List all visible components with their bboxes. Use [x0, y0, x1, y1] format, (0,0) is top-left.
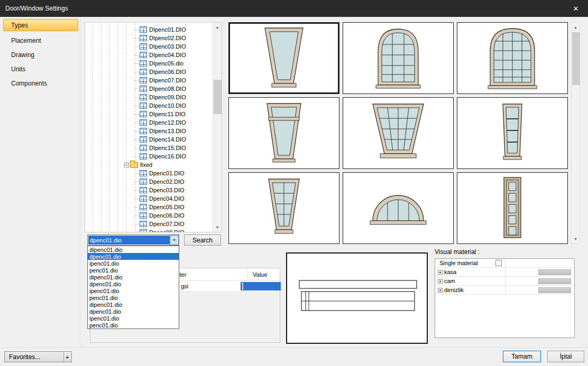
tree-scrollbar-thumb[interactable]	[214, 80, 222, 114]
tree-item[interactable]: DIpenc10.DIO	[85, 101, 213, 110]
sidebar-item-placement[interactable]: Placement	[3, 33, 78, 48]
window-file-icon	[140, 204, 147, 210]
titlebar[interactable]: Door/Window Settings ✕	[0, 0, 588, 17]
search-button[interactable]: Search	[184, 234, 221, 246]
tree-guide-stub	[135, 190, 139, 191]
thumbnail-narrow-4-pane-window[interactable]	[457, 97, 568, 169]
tree-item[interactable]: DIpenc13.DIO	[85, 127, 213, 135]
window-file-icon	[140, 43, 147, 50]
tree-item[interactable]: DIpenc07.DIO	[85, 76, 213, 85]
thumbnail-narrow-5-pane-window[interactable]	[457, 172, 568, 244]
tree-guide-stub	[135, 148, 139, 148]
tree-folder-fixed[interactable]: −fixed	[85, 161, 213, 169]
tree-item[interactable]: DIpenc08.DIO	[85, 85, 213, 93]
sidebar-separator	[80, 17, 80, 348]
scroll-down-icon[interactable]: ▼	[213, 223, 222, 232]
tree-scrollbar[interactable]: ▲ ▼	[213, 23, 222, 232]
tree-item[interactable]: DIpenc09.DIO	[85, 93, 213, 101]
material-swatch[interactable]	[538, 269, 571, 275]
thumbnail-arched-grid-window-2[interactable]	[457, 22, 568, 94]
tree-item[interactable]: Dpenc04.DIO	[85, 194, 213, 203]
tree-item[interactable]: Dpenc06.DIO	[85, 211, 213, 220]
tree-item[interactable]: Dpenc02.DIO	[85, 177, 213, 186]
cancel-button[interactable]: İptal	[547, 351, 584, 362]
combobox-value[interactable]: dpenc01.dio	[88, 236, 170, 245]
scroll-up-icon[interactable]: ▲	[572, 23, 580, 32]
favorites-button[interactable]: Favorites... ▸	[4, 351, 72, 362]
tree-guide-stub	[135, 123, 139, 123]
dropdown-item[interactable]: dipenc01.dio	[88, 274, 179, 280]
dropdown-item[interactable]: dipenc01.dio	[88, 246, 179, 253]
tree-item[interactable]: Dpenc03.DIO	[85, 186, 213, 194]
tree-item[interactable]: Dpenc05.DIO	[85, 203, 213, 211]
thumbnails-scrollbar[interactable]: ▲ ▼	[571, 22, 580, 244]
tree-item[interactable]: DIpenc04.DIO	[85, 51, 213, 59]
scroll-up-icon[interactable]: ▲	[213, 23, 222, 32]
material-row-cam: +cam	[435, 277, 574, 286]
combobox-dropdown-button[interactable]: ▾	[170, 235, 179, 245]
expand-icon[interactable]: +	[438, 279, 443, 284]
tree-item[interactable]: DIpenc03.DIO	[85, 42, 213, 51]
sidebar-item-components[interactable]: Components	[3, 76, 78, 90]
collapse-icon[interactable]: −	[124, 163, 129, 167]
dropdown-item[interactable]: dpenc01.dio	[88, 308, 179, 315]
dropdown-item[interactable]: penc01.dio	[88, 267, 179, 274]
tree-item[interactable]: DIpenc02.DIO	[85, 34, 213, 42]
single-material-right	[506, 259, 574, 267]
material-row-right	[506, 268, 574, 276]
tree-item[interactable]: DIpenc14.DIO	[85, 135, 213, 144]
filename-combobox[interactable]: dpenc01.dio ▾	[87, 234, 179, 246]
dropdown-item[interactable]: ipenc01.dio	[88, 260, 179, 267]
dropdown-item[interactable]: dpenc01.dio	[88, 280, 179, 287]
thumbnail-grid	[228, 22, 568, 244]
thumbnail-trapezoid-transom-window[interactable]	[228, 97, 339, 169]
tree-item[interactable]: DIpenc05.dio	[85, 59, 213, 68]
material-swatch[interactable]	[538, 287, 571, 293]
sidebar-item-types[interactable]: Types	[3, 19, 78, 31]
tree-item[interactable]: DIpenc12.DIO	[85, 118, 213, 127]
tree-guide-stub	[135, 131, 139, 132]
window-file-icon	[140, 69, 147, 75]
sidebar-item-label: Components	[11, 80, 47, 87]
dropdown-item[interactable]: penc01.dio	[88, 322, 179, 329]
tree-item[interactable]: DIpenc16.DIO	[85, 152, 213, 161]
sidebar-item-drawing[interactable]: Drawing	[3, 48, 78, 62]
tree-item-label: Dpenc07.DIO	[149, 221, 185, 227]
material-swatch[interactable]	[538, 278, 571, 284]
sidebar-item-units[interactable]: Units	[3, 62, 78, 76]
tree-item[interactable]: DIpenc11.DIO	[85, 110, 213, 118]
dropdown-item[interactable]: ipenc01.dio	[88, 287, 179, 294]
thumbnail-semicircle-window[interactable]	[343, 172, 454, 244]
scroll-down-icon[interactable]: ▼	[572, 234, 580, 243]
expand-icon[interactable]: +	[438, 270, 443, 275]
folder-icon	[130, 162, 138, 168]
thumbnail-trapezoid-window[interactable]	[228, 22, 339, 94]
thumbnail-flared-grid-window[interactable]	[343, 97, 454, 169]
tree-item-label: DIpenc09.DIO	[149, 94, 186, 100]
close-button[interactable]: ✕	[564, 0, 588, 17]
thumbnail-arched-grid-window[interactable]	[343, 22, 454, 94]
thumbnail-flared-2x4-window[interactable]	[228, 172, 339, 244]
tree-guide-stub	[135, 46, 139, 47]
ok-button[interactable]: Tamam	[503, 351, 541, 362]
tree-folder-label: fixed	[140, 162, 152, 168]
dropdown-item[interactable]: dpenc01.dio	[88, 253, 179, 260]
dropdown-item[interactable]: penc01.dio	[88, 294, 179, 301]
tree-item[interactable]: Dpenc08.DIO	[85, 228, 213, 232]
tree-item[interactable]: DIpenc15.DIO	[85, 144, 213, 152]
tree-item[interactable]: DIpenc01.DIO	[85, 25, 213, 34]
parameter-value-cell[interactable]	[241, 282, 281, 290]
tree-item[interactable]: DIpenc06.DIO	[85, 68, 213, 76]
dropdown-item[interactable]: dipenc01.dio	[88, 301, 179, 308]
materials-panel: Visual material : Single material +kasa+…	[435, 248, 575, 338]
combo-dropdown[interactable]: dipenc01.diodpenc01.dioipenc01.diopenc01…	[87, 246, 179, 329]
trapezoid-transom-window-graphic	[231, 99, 337, 167]
tree-item[interactable]: Dpenc07.DIO	[85, 220, 213, 228]
tree-item-label: DIpenc08.DIO	[149, 86, 186, 92]
tree-item[interactable]: Dpenc01.DIO	[85, 169, 213, 177]
thumbnails-scrollbar-thumb[interactable]	[572, 32, 580, 85]
dropdown-item[interactable]: ipenc01.dio	[88, 315, 179, 322]
expand-icon[interactable]: +	[438, 288, 443, 293]
single-material-checkbox[interactable]	[495, 260, 502, 266]
window-file-icon	[140, 179, 147, 185]
